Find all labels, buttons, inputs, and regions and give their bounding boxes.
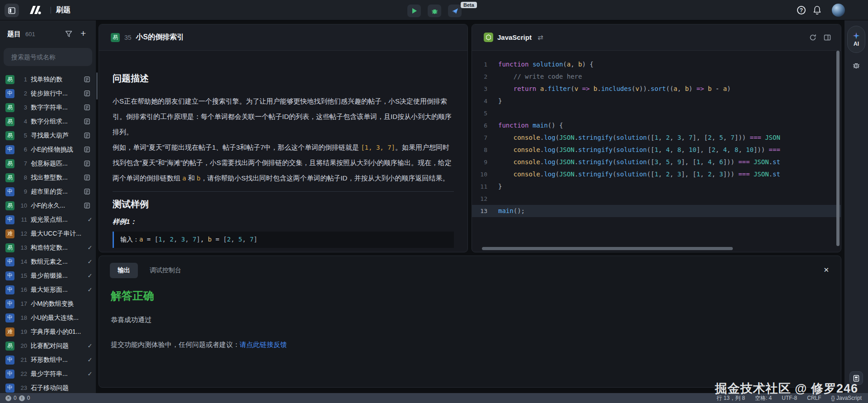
editor-header: JavaScript ⇄: [472, 24, 841, 51]
swap-language-icon[interactable]: ⇄: [538, 33, 543, 42]
problem-item[interactable]: 易1找单独的数: [0, 72, 96, 86]
problem-item[interactable]: 易20比赛配对问题✓: [0, 339, 96, 353]
code-text: }: [498, 95, 841, 107]
problem-item[interactable]: 中11观光景点组...✓: [0, 213, 96, 227]
problem-item[interactable]: 中16最大矩形面...✓: [0, 283, 96, 297]
problem-item[interactable]: 难19字典序最小的01...: [0, 325, 96, 339]
difficulty-badge: 易: [5, 201, 14, 210]
help-button[interactable]: ?: [797, 6, 806, 14]
solved-check-icon: ✓: [84, 356, 96, 363]
code-line[interactable]: 12: [472, 193, 841, 205]
problem-item-number: 6: [15, 146, 27, 153]
description-paragraph: 例如，单词“夏天”可能出现在帖子1、帖子3和帖子7中，那么这个单词的倒排链就是 …: [113, 140, 454, 186]
sidebar-scrollbar[interactable]: [96, 72, 98, 100]
code-line[interactable]: 8 console.log(JSON.stringify(solution([1…: [472, 144, 841, 156]
solved-check-icon: ✓: [84, 272, 96, 279]
line-number: 6: [472, 119, 498, 132]
problem-item[interactable]: 中2徒步旅行中...: [0, 86, 96, 100]
code-line[interactable]: 7 console.log(JSON.stringify(solution([1…: [472, 132, 841, 144]
problem-item[interactable]: 难12最大UCC子串计...: [0, 227, 96, 241]
code-line[interactable]: 11}: [472, 180, 841, 193]
problem-item-number: 11: [15, 216, 27, 223]
memo-icon: [84, 104, 96, 110]
search-input[interactable]: [11, 53, 93, 61]
run-button[interactable]: [407, 5, 421, 17]
tab-debug-console[interactable]: 调试控制台: [150, 266, 181, 275]
problem-item[interactable]: 中23石子移动问题: [0, 381, 96, 393]
code-line[interactable]: 9 console.log(JSON.stringify(solution([3…: [472, 156, 841, 168]
problem-item-number: 4: [15, 118, 27, 125]
tab-output[interactable]: 输出: [110, 263, 138, 278]
problem-item[interactable]: 中15最少前缀操...✓: [0, 269, 96, 283]
problem-description-panel: 易 35 小S的倒排索引 问题描述 小S正在帮助她的朋友们建立一个搜索引擎。为了…: [99, 24, 468, 252]
filter-button[interactable]: [65, 30, 72, 38]
solved-check-icon: ✓: [84, 370, 96, 377]
problem-item-name: 观光景点组...: [31, 216, 84, 224]
difficulty-badge: 中: [5, 384, 14, 393]
problem-item-number: 2: [15, 90, 27, 97]
code-line[interactable]: 1function solution(a, b) {: [472, 58, 841, 71]
share-button[interactable]: [448, 5, 462, 17]
search-box[interactable]: [4, 48, 92, 66]
ai-assistant-button[interactable]: AI: [847, 26, 865, 53]
user-avatar[interactable]: [832, 4, 845, 17]
debug-run-button[interactable]: [428, 5, 441, 17]
code-line[interactable]: 3 return a.filter(v => b.includes(v)).so…: [472, 83, 841, 95]
problem-item[interactable]: 易3数字字符串...: [0, 100, 96, 114]
difficulty-badge: 中: [5, 215, 14, 224]
debug-tool-button[interactable]: [852, 61, 860, 69]
code-line[interactable]: 6function main() {: [472, 119, 841, 132]
section-title-samples: 测试样例: [113, 198, 454, 210]
code-line[interactable]: 4}: [472, 95, 841, 107]
editor-vertical-scrollbar[interactable]: [836, 51, 840, 246]
memo-icon: [84, 90, 96, 96]
problem-item[interactable]: 易5寻找最大葫芦: [0, 128, 96, 142]
line-number: 4: [472, 95, 498, 107]
problem-item[interactable]: 中17小M的数组变换: [0, 297, 96, 311]
problem-item[interactable]: 中6小E的怪物挑战: [0, 142, 96, 156]
problem-item-name: 徒步旅行中...: [31, 90, 84, 98]
problem-item-number: 12: [15, 230, 27, 237]
problem-item[interactable]: 易4数字分组求...: [0, 114, 96, 128]
problem-item[interactable]: 易13构造特定数...✓: [0, 241, 96, 255]
difficulty-badge: 中: [5, 370, 14, 379]
problem-item[interactable]: 中14数组元素之...✓: [0, 255, 96, 269]
code-line-current[interactable]: 13main();: [472, 205, 841, 217]
problem-item[interactable]: 易7创意标题匹...: [0, 156, 96, 171]
marscode-logo[interactable]: [26, 4, 44, 16]
reset-code-button[interactable]: [809, 34, 816, 41]
add-problem-button[interactable]: +: [80, 28, 86, 39]
difficulty-badge: 易: [5, 103, 14, 112]
problem-item-name: 字典序最小的01...: [31, 328, 84, 336]
problem-item-name: 创意标题匹...: [31, 160, 84, 168]
problem-title: 小S的倒排索引: [136, 33, 184, 42]
sidebar-toggle-button[interactable]: [5, 4, 19, 17]
problems-counter[interactable]: ✕ 0 ! 0: [0, 395, 30, 401]
difficulty-badge: 中: [5, 187, 14, 196]
code-area[interactable]: 1function solution(a, b) {2 // write cod…: [472, 51, 841, 252]
problem-item[interactable]: 易10小F的永久...: [0, 199, 96, 213]
problem-item-number: 3: [15, 104, 27, 111]
problem-item[interactable]: 中18小U的最大连续...: [0, 311, 96, 325]
editor-horizontal-scrollbar[interactable]: [482, 247, 733, 250]
paper-plane-icon: [452, 8, 458, 14]
line-number: 5: [472, 107, 498, 119]
notifications-button[interactable]: [813, 5, 821, 14]
filter-funnel-icon: [65, 30, 72, 38]
problem-item[interactable]: 中9超市里的货...: [0, 185, 96, 199]
problem-item[interactable]: 中22最少字符串...✓: [0, 367, 96, 381]
code-line[interactable]: 5: [472, 107, 841, 119]
problem-item-name: 小E的怪物挑战: [31, 146, 84, 154]
problem-item[interactable]: 中21环形数组中...✓: [0, 353, 96, 367]
difficulty-badge: 中: [5, 271, 14, 280]
feedback-link[interactable]: 请点此链接反馈: [240, 341, 287, 348]
line-number: 7: [472, 132, 498, 144]
solved-check-icon: ✓: [84, 342, 96, 349]
problem-item[interactable]: 易8找出整型数...: [0, 171, 96, 185]
split-layout-button[interactable]: [824, 34, 831, 41]
code-line[interactable]: 2 // write code here: [472, 71, 841, 83]
close-icon[interactable]: ✕: [823, 266, 829, 274]
language-label: JavaScript: [497, 33, 532, 41]
problem-item-name: 数组元素之...: [31, 258, 84, 266]
code-line[interactable]: 10 console.log(JSON.stringify(solution([…: [472, 168, 841, 180]
